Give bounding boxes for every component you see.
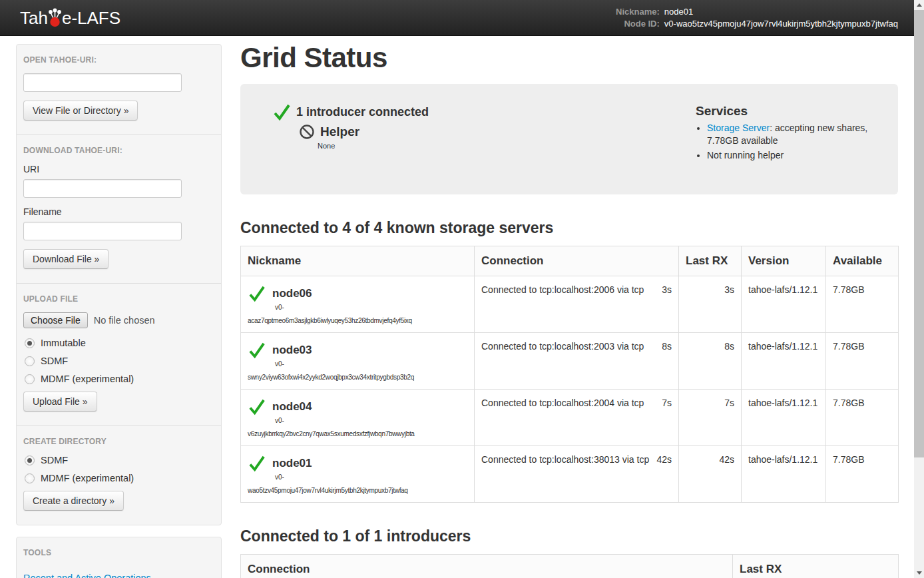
uri-field-label: URI: [23, 164, 214, 174]
sidebar: OPEN TAHOE-URI: View File or Directory »…: [16, 44, 222, 578]
version-cell: tahoe-lafs/1.12.1: [742, 390, 826, 446]
col-nickname: Nickname: [241, 246, 475, 276]
introducers-heading: Connected to 1 of 1 introducers: [240, 527, 898, 545]
download-file-button[interactable]: Download File »: [23, 249, 109, 269]
download-uri-input[interactable]: [23, 179, 182, 198]
last-rx-cell: 42s: [679, 446, 742, 503]
helper-value: None: [318, 142, 696, 150]
page-title: Grid Status: [240, 43, 898, 73]
open-uri-section: OPEN TAHOE-URI: View File or Directory »: [17, 45, 221, 135]
grid-status-summary: 1 introducer connected Helper None Servi…: [240, 84, 898, 194]
server-id-hash: swny2viyw63ofxwi4x2yykd2woqjbpx3cw34xtri…: [248, 374, 467, 381]
connection-age: 7s: [662, 398, 672, 408]
col-version: Version: [742, 246, 826, 276]
storage-servers-table: Nickname Connection Last RX Version Avai…: [240, 246, 899, 503]
storage-server-link[interactable]: Storage Server: [707, 123, 770, 133]
server-nickname: node06: [272, 287, 312, 300]
check-icon: [272, 103, 292, 122]
introducers-table: Connection Last RX Connected to tcp:loca…: [240, 554, 899, 578]
node-info: Nickname: node01 Node ID: v0-wao5tzv45pm…: [616, 6, 898, 29]
tahoe-node-icon: [47, 7, 63, 28]
choose-file-button[interactable]: Choose File: [23, 312, 88, 328]
view-file-button[interactable]: View File or Directory »: [23, 101, 138, 121]
create-directory-section: CREATE DIRECTORY SDMF MDMF (experimental…: [17, 426, 221, 525]
storage-server-row-node04: node04 v0- v6zuyjkbrrkqy2bvc2cny7qwax5sx…: [241, 390, 899, 446]
nickname-cell: node04 v0- v6zuyjkbrrkqy2bvc2cny7qwax5sx…: [241, 390, 475, 446]
introducers-header-row: Connection Last RX: [241, 555, 899, 578]
storage-servers-heading: Connected to 4 of 4 known storage server…: [240, 219, 898, 237]
connection-age: 42s: [656, 454, 672, 465]
server-id-prefix: v0-: [275, 417, 467, 424]
recent-operations-link[interactable]: Recent and Active Operations: [23, 573, 151, 578]
node-id-value: v0-wao5tzv45pmoju47jow7rvl4ukirjm5ytbh2k…: [664, 18, 898, 29]
server-id-hash: wao5tzv45pmoju47jow7rvl4ukirjm5ytbh2kjty…: [248, 487, 467, 494]
connected-check-icon: [248, 341, 266, 360]
sidebar-forms-box: OPEN TAHOE-URI: View File or Directory »…: [16, 44, 222, 525]
connected-check-icon: [248, 284, 266, 303]
server-nickname: node01: [272, 457, 312, 470]
connection-age: 3s: [662, 284, 672, 295]
download-uri-label: DOWNLOAD TAHOE-URI:: [23, 146, 214, 155]
create-directory-label: CREATE DIRECTORY: [23, 437, 214, 446]
tahoe-lafs-logo[interactable]: Tahe-LAFS: [20, 7, 120, 29]
scroll-down-arrow[interactable]: [914, 568, 924, 578]
version-cell: tahoe-lafs/1.12.1: [742, 333, 826, 390]
download-filename-input[interactable]: [23, 222, 182, 240]
file-picker: Choose File No file chosen: [23, 312, 214, 328]
radio-upload-sdmf-label: SDMF: [41, 356, 68, 366]
connection-text: Connected to tcp:localhost:2004 via tcp: [481, 398, 644, 408]
storage-server-row-node01: node01 v0- wao5tzv45pmoju47jow7rvl4ukirj…: [241, 446, 899, 503]
radio-row-upload-mdmf[interactable]: MDMF (experimental): [25, 374, 214, 384]
connection-cell: Connected to tcp:localhost:2003 via tcp8…: [475, 333, 679, 390]
radio-upload-mdmf-label: MDMF (experimental): [41, 374, 134, 384]
file-chosen-status: No file chosen: [94, 315, 155, 326]
download-uri-section: DOWNLOAD TAHOE-URI: URI Filename Downloa…: [17, 135, 221, 283]
last-rx-cell: 3s: [679, 276, 742, 333]
logo-text-prefix: Tah: [20, 8, 48, 28]
open-uri-input[interactable]: [23, 73, 182, 92]
radio-mkdir-sdmf[interactable]: [25, 455, 35, 465]
radio-upload-mdmf[interactable]: [25, 374, 35, 384]
vertical-scrollbar[interactable]: [914, 0, 924, 578]
server-id-prefix: v0-: [275, 360, 467, 368]
introducer-status: 1 introducer connected: [272, 103, 696, 122]
helper-title: Helper: [320, 125, 359, 139]
radio-mkdir-mdmf[interactable]: [25, 473, 35, 483]
available-cell: 7.78GB: [826, 333, 899, 390]
connected-check-icon: [248, 454, 266, 473]
available-cell: 7.78GB: [826, 276, 899, 333]
create-directory-button[interactable]: Create a directory »: [23, 491, 124, 511]
filename-field-label: Filename: [23, 206, 214, 217]
service-helper: Not running helper: [707, 149, 882, 162]
radio-row-immutable[interactable]: Immutable: [25, 338, 214, 348]
col-intro-connection: Connection: [241, 555, 733, 578]
col-last-rx: Last RX: [679, 246, 742, 276]
radio-immutable[interactable]: [25, 338, 35, 348]
nickname-cell: node06 v0- acaz7qptmeo6m3asjlgkb6iwlyuqe…: [241, 276, 475, 333]
connection-cell: Connected to tcp:localhost:38013 via tcp…: [475, 446, 679, 503]
storage-server-row-node03: node03 v0- swny2viyw63ofxwi4x2yykd2woqjb…: [241, 333, 899, 390]
open-uri-label: OPEN TAHOE-URI:: [23, 55, 214, 65]
radio-row-upload-sdmf[interactable]: SDMF: [25, 356, 214, 366]
connection-text: Connected to tcp:localhost:38013 via tcp: [481, 454, 649, 465]
services-title: Services: [696, 104, 882, 119]
radio-immutable-label: Immutable: [41, 338, 86, 348]
radio-mkdir-sdmf-label: SDMF: [41, 455, 68, 465]
connection-cell: Connected to tcp:localhost:2006 via tcp3…: [475, 276, 679, 333]
server-id-prefix: v0-: [275, 304, 467, 311]
server-id-prefix: v0-: [275, 473, 467, 481]
nickname-label: Nickname:: [616, 6, 660, 17]
radio-row-mkdir-mdmf[interactable]: MDMF (experimental): [25, 473, 214, 483]
upload-file-button[interactable]: Upload File »: [23, 392, 97, 412]
last-rx-cell: 8s: [679, 333, 742, 390]
version-cell: tahoe-lafs/1.12.1: [742, 276, 826, 333]
connected-check-icon: [248, 398, 266, 416]
connection-age: 8s: [662, 341, 672, 352]
radio-upload-sdmf[interactable]: [25, 356, 35, 366]
upload-file-section: UPLOAD FILE Choose File No file chosen I…: [17, 283, 221, 426]
radio-row-mkdir-sdmf[interactable]: SDMF: [25, 455, 214, 465]
main-content: Grid Status 1 introducer connected Helpe…: [240, 36, 898, 578]
scrollbar-thumb[interactable]: [914, 10, 924, 457]
scroll-up-arrow[interactable]: [914, 0, 924, 10]
upload-file-label: UPLOAD FILE: [23, 294, 214, 304]
